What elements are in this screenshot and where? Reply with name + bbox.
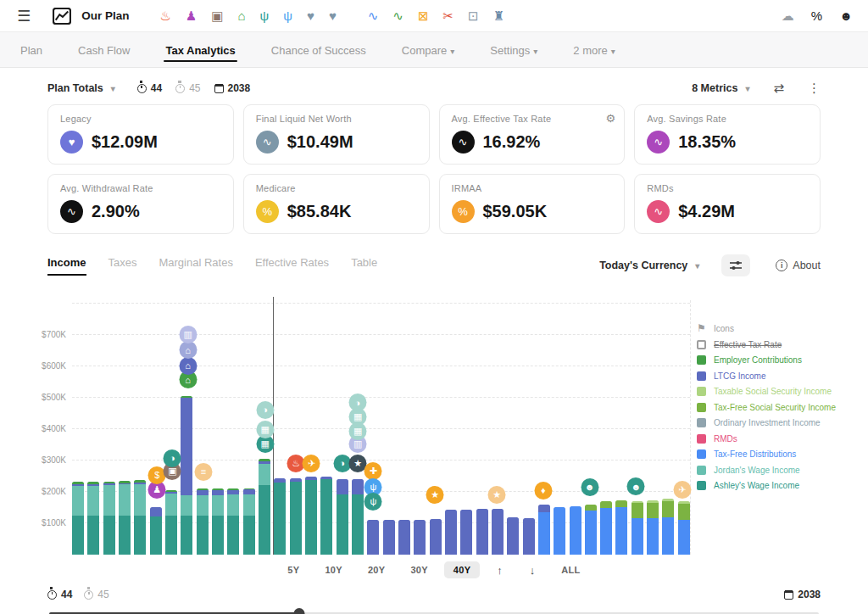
timeline-slider[interactable] [47,607,821,614]
chart-bar-2[interactable] [87,482,99,555]
chart-bar-13[interactable] [259,459,270,555]
plane-marker[interactable]: ✈ [303,455,320,472]
metric-card-legacy[interactable]: Legacy♥$12.09M [47,104,234,165]
chart-bar-19[interactable] [352,479,364,555]
heart-health-icon-2[interactable]: ♥ [329,9,337,22]
pie-marker[interactable]: ◑ [164,449,181,467]
metric-card-avg-effective-tax-rate[interactable]: Avg. Effective Tax Rate⚙∿16.92% [439,104,626,165]
chart-bar-21[interactable] [383,520,395,555]
legend-item-tax-free-distributions[interactable]: Tax-Free Distributions [697,449,866,459]
chart-bar-27[interactable] [476,509,488,555]
scissors-icon[interactable]: ✂ [443,9,454,22]
legend-item-icons[interactable]: ⚑Icons [697,324,866,333]
account-icon[interactable]: ☻ [839,9,853,22]
graduation-marker-3[interactable]: ★ [488,486,506,504]
briefcase-icon[interactable]: ▣ [211,9,223,22]
currency-select[interactable]: Today's Currency ▾ [599,260,699,271]
chart-bar-25[interactable] [445,510,457,555]
scope-select[interactable]: Plan Totals ▾ [47,82,115,94]
chart-bar-38[interactable] [647,500,659,555]
legend-item-tax-free-social-security-income[interactable]: Tax-Free Social Security Income [697,403,866,412]
chart-bar-22[interactable] [398,520,410,555]
gear-icon[interactable]: ⚙ [606,112,616,125]
menu-icon[interactable]: ☰ [10,7,37,25]
palm-marker-teal[interactable]: ψ [364,493,382,511]
chart-bar-7[interactable] [165,490,177,555]
monitor-icon[interactable]: ⊡ [468,9,479,22]
chart-bar-40[interactable] [678,501,690,555]
pie-marker-4[interactable]: ◑ [349,394,367,411]
chart-bar-31[interactable] [538,505,550,555]
bank-icon[interactable]: ♜ [493,9,504,22]
metric-card-medicare[interactable]: Medicare%$85.84K [243,174,430,234]
chart-bar-37[interactable] [632,501,643,555]
chart-tab-table[interactable]: Table [351,256,377,276]
chart-bar-14[interactable] [274,478,286,555]
chart-bar-9[interactable] [197,488,209,555]
legend-item-ltcg-income[interactable]: LTCG Income [697,371,866,381]
legend-item-effective-tax-rate[interactable]: Effective Tax Rate [697,340,866,349]
tab-compare[interactable]: Compare▾ [392,34,465,65]
filter-settings-button[interactable] [721,254,750,276]
tab-cash-flow[interactable]: Cash Flow [68,34,140,65]
chart-bar-30[interactable] [523,518,535,555]
chart-bar-17[interactable] [320,477,332,555]
legend-item-taxable-social-security-income[interactable]: Taxable Social Security Income [697,387,866,396]
range-button-10y[interactable]: 10Y [315,561,351,578]
chart-bar-29[interactable] [507,517,519,555]
graduation-marker-2[interactable]: ★ [426,486,444,504]
face-marker[interactable]: ☻ [581,478,598,496]
range-button-40y[interactable]: 40Y [444,561,480,578]
shift-up-button[interactable]: ↑ [487,562,513,578]
chart-bar-8[interactable] [181,396,192,555]
tax-calc-icon[interactable]: ⊠ [418,9,429,22]
chart-bar-34[interactable] [585,505,597,555]
tab-plan[interactable]: Plan [10,34,53,65]
chart-bar-12[interactable] [243,488,255,555]
tab-settings[interactable]: Settings▾ [480,34,548,65]
metric-card-irmaa[interactable]: IRMAA%$59.05K [439,174,626,234]
gem-marker[interactable]: ♦ [534,482,552,500]
legend-item-ordinary-investment-income[interactable]: Ordinary Investment Income [697,418,866,427]
chart-bar-1[interactable] [72,482,84,555]
chart-bar-18[interactable] [337,479,348,555]
chart-bar-3[interactable] [103,482,115,555]
tab-chance-of-success[interactable]: Chance of Success [261,34,376,65]
chart-bar-32[interactable] [554,507,565,555]
chart-bar-10[interactable] [212,488,224,555]
chart-bar-26[interactable] [460,510,472,555]
bag-marker[interactable]: ▥ [179,326,197,343]
cloud-sync-icon[interactable]: ☁ [782,9,794,22]
chart-bar-24[interactable] [430,519,442,555]
about-button[interactable]: i About [776,260,821,271]
metrics-select[interactable]: 8 Metrics ▾ [692,82,749,94]
chart-bar-36[interactable] [615,500,627,555]
chart-bar-35[interactable] [600,501,612,555]
chart-bar-5[interactable] [134,480,146,555]
chart-bar-20[interactable] [367,520,379,555]
fire-icon[interactable]: ♨ [159,9,170,22]
heart-health-icon[interactable]: ♥ [307,9,314,22]
briefcase-plus-marker[interactable]: ✚ [364,462,382,480]
legend-item-jordan-s-wage-income[interactable]: Jordan's Wage Income [697,466,866,475]
chart-bar-4[interactable] [119,481,131,555]
chart-bar-28[interactable] [492,509,504,555]
chart-pulse-icon-green[interactable]: ∿ [392,9,403,22]
range-button-all[interactable]: ALL [552,561,589,578]
palm-tree-icon-teal[interactable]: ψ [260,9,270,22]
chart-tab-marginal-rates[interactable]: Marginal Rates [159,256,232,276]
chart-bar-16[interactable] [305,477,317,555]
pie-marker-2[interactable]: ◑ [256,401,274,419]
chart-tab-income[interactable]: Income [47,256,86,276]
metric-card-avg-withdrawal-rate[interactable]: Avg. Withdrawal Rate∿2.90% [47,174,234,234]
legend-item-employer-contributions[interactable]: Employer Contributions [697,355,866,365]
chart-bar-15[interactable] [290,478,302,555]
chart-bar-23[interactable] [414,520,426,555]
swap-arrows-icon[interactable]: ⇄ [773,81,784,96]
chart-pulse-icon-blue[interactable]: ∿ [368,9,379,22]
palm-tree-icon-blue[interactable]: ψ [283,9,292,22]
building-marker-2[interactable]: ▦ [256,421,274,438]
chart-bar-39[interactable] [662,499,674,555]
legend-item-ashley-s-wage-income[interactable]: Ashley's Wage Income [697,481,866,490]
range-button-5y[interactable]: 5Y [278,561,309,578]
